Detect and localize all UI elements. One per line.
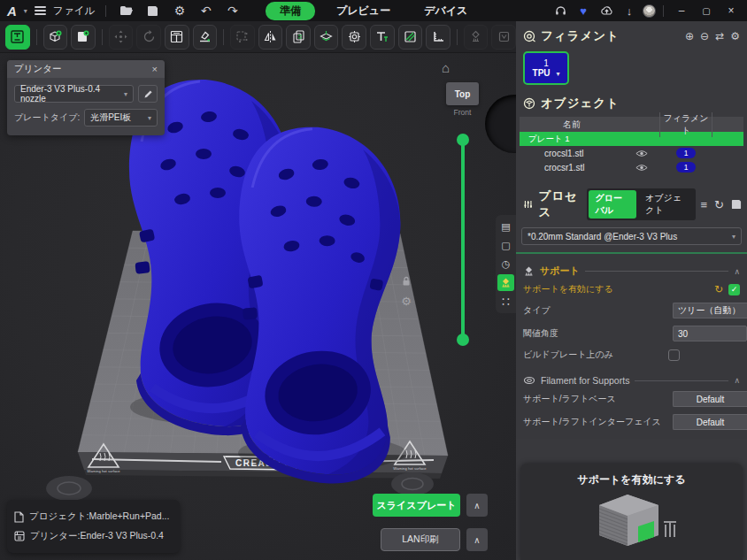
filament-badge[interactable]: 1: [676, 148, 696, 158]
collapse-caret-icon[interactable]: ∧: [734, 376, 740, 385]
user-avatar[interactable]: [643, 4, 656, 18]
save-preset-icon[interactable]: [731, 199, 742, 210]
save-icon[interactable]: [143, 3, 163, 19]
tab-device[interactable]: デバイス: [412, 2, 480, 20]
lan-print-button[interactable]: LAN印刷: [381, 528, 460, 551]
logo-chevron-down-icon[interactable]: ▾: [24, 7, 27, 15]
move-tool-button[interactable]: [109, 25, 134, 50]
filament-icon: [523, 30, 535, 42]
visibility-eye-icon[interactable]: [624, 164, 659, 172]
filament-badge[interactable]: 1: [676, 162, 696, 173]
sync-filament-icon[interactable]: ⇄: [715, 30, 724, 42]
base-value: Default: [697, 395, 725, 404]
settings-gear-icon[interactable]: ⚙: [170, 3, 189, 19]
threshold-angle-input[interactable]: [673, 326, 747, 341]
plate-settings-gear-icon[interactable]: ⚙: [399, 294, 413, 308]
printer-icon: [14, 531, 25, 541]
support-paint-button[interactable]: [464, 25, 489, 50]
add-plate-button[interactable]: [71, 25, 96, 50]
mirror-tool-button[interactable]: [258, 25, 283, 50]
setting-preview-card: サポートを有効にする: [520, 464, 743, 560]
redo-icon[interactable]: ↷: [223, 3, 243, 19]
apps-panel-icon[interactable]: ∷: [497, 293, 514, 310]
clone-tool-button[interactable]: [286, 25, 311, 50]
divider: [102, 29, 103, 45]
clipping-slider[interactable]: [461, 140, 465, 340]
reset-params-icon[interactable]: ↻: [714, 198, 724, 211]
support-raft-interface-select[interactable]: Default: [673, 414, 747, 430]
process-section-title: プロセス: [538, 188, 581, 220]
window-close-button[interactable]: ×: [720, 3, 742, 19]
remove-filament-icon[interactable]: ⊖: [700, 30, 709, 42]
menu-icon[interactable]: [35, 4, 46, 17]
process-preset-select[interactable]: *0.20mm Standard @Ender-3 V3 Plus ▾: [521, 227, 742, 245]
add-filament-icon[interactable]: ⊕: [685, 30, 694, 42]
model-crocsr1[interactable]: [232, 126, 403, 486]
download-icon[interactable]: ↓: [620, 3, 639, 19]
collapse-caret-icon[interactable]: ∧: [734, 267, 740, 276]
divider: [663, 5, 664, 17]
visibility-eye-icon[interactable]: [624, 150, 659, 157]
svg-text:Warning hot surface: Warning hot surface: [393, 466, 427, 471]
undo-icon[interactable]: ↶: [196, 3, 216, 19]
view-top-button[interactable]: Top: [446, 82, 479, 105]
open-folder-icon[interactable]: [117, 3, 136, 19]
slice-plate-button[interactable]: スライスプレート: [373, 494, 460, 517]
slider-handle-bottom[interactable]: [457, 334, 469, 346]
rotate-tool-button[interactable]: [136, 25, 161, 50]
buildplate-only-checkbox[interactable]: [668, 349, 680, 361]
support-raft-base-select[interactable]: Default: [673, 391, 747, 407]
slider-handle-top[interactable]: [457, 134, 469, 146]
merge-tool-button[interactable]: [314, 25, 339, 50]
plate-lock-icon[interactable]: [399, 274, 413, 288]
tab-prepare[interactable]: 準備: [266, 2, 315, 20]
selection-panel-icon[interactable]: ▢: [497, 237, 514, 254]
support-headset-icon[interactable]: [551, 3, 570, 19]
lay-on-face-button[interactable]: [193, 25, 218, 50]
enable-support-checkbox[interactable]: ✓: [728, 284, 740, 295]
seam-paint-button[interactable]: [491, 25, 516, 50]
file-menu[interactable]: ファイル: [53, 4, 95, 18]
edit-printer-button[interactable]: [138, 85, 158, 103]
window-maximize-button[interactable]: ▢: [696, 3, 717, 19]
viewport-3d[interactable]: CREALITY Warning hot surface Warning hot…: [0, 53, 516, 560]
objects-icon: [523, 97, 535, 110]
printer-name-label: プリンター:Ender-3 V3 Plus-0.4: [30, 530, 164, 542]
plate-type-label: プレートタイプ:: [14, 111, 80, 124]
param-list-icon[interactable]: ≡: [701, 198, 708, 211]
view-front-label[interactable]: Front: [446, 108, 479, 117]
printer-panel-close-button[interactable]: ×: [152, 64, 158, 74]
cut-tool-button[interactable]: [342, 25, 366, 50]
plate-corner-pad: [46, 476, 92, 501]
measure-tool-button[interactable]: [426, 25, 451, 50]
prepare-plate-button[interactable]: [5, 25, 30, 50]
cloud-upload-icon[interactable]: [597, 3, 616, 19]
plate-type-select[interactable]: 光滑PEI板 ▾: [84, 109, 158, 127]
stats-panel-icon[interactable]: ▤: [497, 219, 514, 235]
arrange-tool-button[interactable]: [165, 25, 189, 50]
titlebar: A ▾ ファイル ⚙ ↶ ↷ 準備 プレビュー デバイス ♥: [0, 0, 747, 21]
object-row[interactable]: crocsl1.stl 1: [520, 146, 743, 160]
process-tab-object[interactable]: オブジェクト: [638, 190, 693, 219]
object-row[interactable]: crocsr1.stl 1: [520, 160, 743, 174]
feedback-heart-icon[interactable]: ♥: [574, 3, 593, 19]
paint-tool-button[interactable]: [398, 25, 423, 50]
divider: [223, 29, 224, 45]
reset-value-icon[interactable]: ↻: [714, 283, 723, 295]
filament-supports-icon: [523, 376, 535, 386]
speed-panel-icon[interactable]: ◷: [497, 256, 514, 272]
view-home-icon[interactable]: ⌂: [442, 60, 450, 75]
support-type-select[interactable]: ツリー（自動）: [673, 303, 747, 318]
filament-settings-icon[interactable]: ⚙: [730, 30, 740, 42]
support-panel-icon[interactable]: [497, 274, 514, 291]
add-model-button[interactable]: [43, 25, 68, 50]
lan-options-button[interactable]: ∧: [466, 528, 488, 551]
tab-preview[interactable]: プレビュー: [324, 2, 403, 20]
filament-chip-tpu[interactable]: 1 TPU ▾: [523, 51, 569, 85]
printer-select[interactable]: Ender-3 V3 Plus-0.4 nozzle ▾: [14, 85, 134, 103]
window-minimize-button[interactable]: –: [671, 3, 692, 19]
auto-arrange-button[interactable]: [230, 25, 255, 50]
slice-options-button[interactable]: ∧: [466, 494, 488, 517]
text-tool-button[interactable]: [370, 25, 395, 50]
process-tab-global[interactable]: グローバル: [589, 190, 637, 219]
